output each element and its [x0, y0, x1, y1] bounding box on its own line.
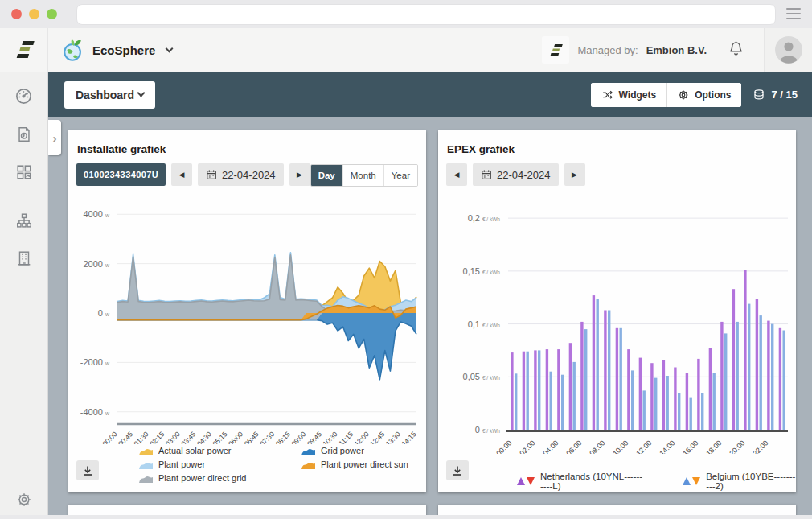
sidebar-item-widgets[interactable]: [0, 153, 47, 191]
svg-text:0,05€ / kWh: 0,05€ / kWh: [463, 372, 501, 381]
legend-label: Grid power: [321, 446, 364, 455]
svg-text:14:15: 14:15: [400, 430, 417, 444]
range-tab-day[interactable]: Day: [311, 165, 342, 186]
gauge-icon: [14, 87, 33, 105]
sidebar-item-buildings[interactable]: [0, 239, 47, 277]
sidebar-item-settings[interactable]: [0, 492, 48, 508]
embion-stripes-icon: [14, 40, 35, 60]
range-tab-year[interactable]: Year: [383, 165, 417, 186]
sidebar-item-dashboard[interactable]: [0, 77, 47, 115]
address-bar[interactable]: [76, 4, 776, 25]
calendar-icon: [206, 169, 217, 180]
app-header: EcoSphere Managed by: Embion B.V.: [0, 28, 812, 72]
sitemap-icon: [15, 212, 33, 229]
next-date-button[interactable]: ▶: [564, 163, 585, 186]
widgets-grid-icon: [15, 163, 33, 181]
browser-chrome: [0, 0, 812, 28]
installation-chart[interactable]: 4000w2000w0w-2000w-4000w00:0000:4501:300…: [71, 188, 423, 444]
embion-mini-logo-icon: [542, 36, 569, 64]
options-button[interactable]: Options: [666, 83, 741, 107]
legend-label: Netherlands (10YNL----------L): [540, 472, 644, 491]
notifications-bell-icon[interactable]: [728, 39, 744, 60]
legend-item[interactable]: Plant power direct sun: [301, 457, 408, 471]
previous-date-button[interactable]: ◀: [171, 163, 192, 186]
brand-name: EcoSphere: [92, 43, 155, 57]
browser-menu-icon[interactable]: [786, 8, 801, 19]
widgets-shuffle-icon: [601, 89, 613, 101]
svg-text:0w: 0w: [98, 308, 110, 318]
legend-item[interactable]: Actual solar power: [139, 443, 284, 457]
window-zoom-button[interactable]: [47, 9, 57, 19]
legend-label: Belgium (10YBE----------2): [706, 472, 796, 491]
svg-text:14:00: 14:00: [658, 439, 676, 454]
sidebar: [0, 72, 48, 519]
svg-text:10:30: 10:30: [321, 430, 338, 444]
sidebar-expand-tab[interactable]: ›: [48, 120, 61, 155]
epex-controls: ◀ 22-04-2024 ▶: [446, 163, 585, 186]
legend-item[interactable]: Grid power: [301, 443, 408, 457]
sidebar-divider: [0, 196, 47, 196]
range-tab-month[interactable]: Month: [342, 165, 383, 186]
epex-card: EPEX grafiek ◀ 22-04-2024 ▶ 0,2€ / kWh0,…: [438, 130, 796, 492]
svg-text:06:00: 06:00: [564, 439, 583, 454]
svg-text:-4000w: -4000w: [80, 407, 110, 417]
calendar-icon: [481, 169, 492, 180]
user-avatar[interactable]: [764, 28, 812, 72]
widgets-button[interactable]: Widgets: [591, 83, 667, 107]
legend-label: Plant power: [158, 459, 205, 469]
svg-text:04:00: 04:00: [541, 439, 560, 454]
window-bottom-edge: [0, 515, 812, 519]
brand-menu[interactable]: EcoSphere: [48, 38, 172, 62]
legend-item[interactable]: Belgium (10YBE----------2): [683, 472, 796, 491]
widget-count-label: 7 / 15: [771, 89, 798, 101]
area-swatch-icon: [139, 473, 153, 483]
epex-chart[interactable]: 0,2€ / kWh0,15€ / kWh0,1€ / kWh0,05€ / k…: [441, 188, 793, 454]
triangle-down-icon: [527, 477, 535, 485]
managed-by-label: Managed by:: [577, 44, 638, 56]
svg-text:12:00: 12:00: [634, 439, 653, 454]
svg-text:02:00: 02:00: [518, 439, 536, 454]
legend-label: Plant power direct grid: [158, 473, 246, 483]
managed-by-value: Embion B.V.: [646, 44, 707, 56]
area-swatch-icon: [139, 446, 153, 455]
next-date-button[interactable]: ▶: [289, 163, 310, 186]
legend-label: Actual solar power: [158, 446, 232, 455]
legend-label: Plant power direct sun: [321, 459, 408, 469]
stack-icon: [753, 89, 765, 101]
sidebar-item-reports[interactable]: [0, 115, 47, 153]
date-value: 22-04-2024: [497, 169, 551, 181]
epex-card-title: EPEX grafiek: [447, 143, 515, 155]
download-icon: [451, 464, 464, 477]
download-button[interactable]: [446, 460, 469, 480]
window-close-button[interactable]: [11, 9, 22, 19]
dashboard-dropdown[interactable]: Dashboard: [64, 81, 155, 109]
window-minimize-button[interactable]: [29, 9, 39, 19]
serial-number-button[interactable]: 0100234334007U: [76, 163, 166, 186]
previous-date-button[interactable]: ◀: [446, 163, 467, 186]
legend-item[interactable]: Netherlands (10YNL----------L): [517, 472, 644, 491]
svg-text:-2000w: -2000w: [80, 357, 110, 367]
installation-controls: 0100234334007U ◀ 22-04-2024 ▶: [76, 163, 310, 186]
svg-text:0€ / kWh: 0€ / kWh: [475, 425, 501, 435]
svg-text:10:00: 10:00: [611, 439, 630, 454]
embion-logo[interactable]: [0, 28, 48, 72]
sidebar-item-sites[interactable]: [0, 201, 47, 239]
download-icon: [81, 464, 94, 477]
svg-text:0,2€ / kWh: 0,2€ / kWh: [468, 213, 501, 223]
date-picker-button[interactable]: 22-04-2024: [198, 163, 284, 186]
legend-item[interactable]: Plant power direct grid: [139, 471, 284, 484]
legend-item[interactable]: Plant power: [139, 457, 284, 471]
epex-legend: Netherlands (10YNL----------L)Belgium (1…: [517, 472, 796, 491]
range-toggle: DayMonthYear: [310, 164, 418, 187]
triangle-up-icon: [683, 477, 691, 485]
ecosphere-logo-icon: [61, 38, 85, 62]
svg-text:00:00: 00:00: [494, 439, 513, 454]
report-document-icon: [15, 126, 33, 143]
date-picker-button[interactable]: 22-04-2024: [473, 163, 559, 186]
triangle-up-icon: [517, 477, 525, 485]
widgets-label: Widgets: [619, 89, 657, 101]
download-button[interactable]: [76, 460, 99, 480]
options-label: Options: [695, 89, 731, 101]
installation-legend: Actual solar powerPlant powerPlant power…: [139, 443, 408, 484]
avatar-icon: [774, 35, 803, 64]
